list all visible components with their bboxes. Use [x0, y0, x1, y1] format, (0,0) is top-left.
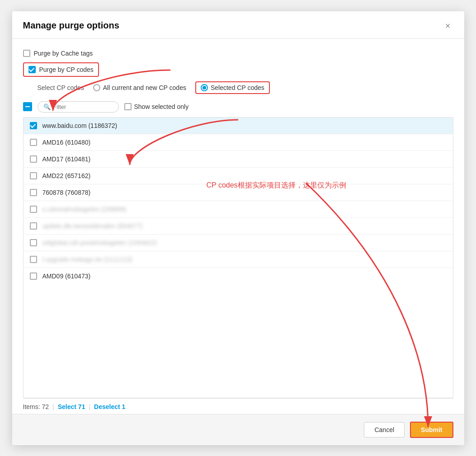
list-item-checkbox[interactable] — [30, 189, 37, 196]
items-count: Items: 72 — [23, 403, 49, 410]
list-item-label: AMD17 (610481) — [42, 155, 91, 163]
dialog-body: Purge by Cache tags Purge by CP codes Se… — [12, 39, 464, 414]
purge-cache-tags-row: Purge by Cache tags — [23, 50, 453, 57]
purge-cp-codes-checkbox[interactable] — [28, 66, 36, 73]
list-item[interactable]: AMD22 (657162) — [24, 168, 453, 184]
filter-input[interactable] — [53, 103, 112, 110]
list-item-label: AMD09 (610473) — [42, 273, 91, 280]
purge-cp-codes-row: Purge by CP codes — [23, 62, 453, 77]
deselect-all-button[interactable] — [23, 102, 32, 111]
items-footer: Items: 72 | Select 71 | Deselect 1 — [23, 398, 453, 414]
select-link[interactable]: Select 71 — [58, 403, 85, 410]
selected-cp-radio-label[interactable]: Selected CP codes — [201, 84, 264, 91]
show-selected-row: Show selected only — [124, 103, 189, 110]
list-item-checkbox[interactable] — [30, 172, 37, 179]
list-item-checkbox[interactable] — [30, 256, 37, 263]
dialog-footer: Cancel Submit — [12, 414, 464, 445]
purge-cp-codes-label[interactable]: Purge by CP codes — [28, 66, 94, 73]
selected-cp-box: Selected CP codes — [195, 81, 270, 94]
cp-codes-list: www.baidu.com (1186372)AMD16 (610480)AMD… — [23, 117, 453, 398]
list-item[interactable]: AMD09 (610473) — [24, 268, 453, 284]
select-cp-codes-label: Select CP codes — [38, 84, 84, 91]
list-item-checkbox[interactable] — [30, 222, 37, 230]
list-item-checkbox[interactable] — [30, 122, 37, 129]
submit-button[interactable]: Submit — [410, 422, 453, 438]
selected-cp-radio[interactable] — [201, 84, 208, 91]
list-item-label: 760878 (760878) — [42, 189, 91, 196]
dialog-header: Manage purge options × — [12, 11, 464, 39]
all-current-radio-label[interactable]: All current and new CP codes — [93, 84, 186, 91]
list-item[interactable]: AMD17 (610481) — [24, 151, 453, 168]
list-item-label: update.dle.twostsidenalen (654677) — [42, 222, 143, 230]
list-item[interactable]: www.baidu.com (1186372) — [24, 118, 453, 134]
search-icon: 🔍 — [43, 103, 51, 110]
close-button[interactable]: × — [443, 20, 453, 31]
list-item-checkbox[interactable] — [30, 155, 37, 163]
list-item[interactable]: update.dle.twostsidenalen (654677) — [24, 218, 453, 235]
deselect-link[interactable]: Deselect 1 — [94, 403, 125, 410]
list-item-label: www.baidu.com (1186372) — [42, 122, 118, 129]
list-item-label: sdlglobal.cdn.prealmobageitm (1094622) — [42, 239, 157, 246]
list-item-label: AMD22 (657162) — [42, 172, 91, 179]
list-item-checkbox[interactable] — [30, 239, 37, 246]
pipe1: | — [52, 403, 54, 410]
list-item[interactable]: s.cdnrealmobageitm (299899) — [24, 201, 453, 218]
show-selected-checkbox[interactable] — [124, 103, 132, 110]
list-item-label: t.upgrade.mebago.tw (1111113) — [42, 256, 132, 263]
list-item-label: AMD16 (610480) — [42, 139, 91, 146]
filter-input-wrap: 🔍 — [38, 101, 119, 113]
dialog-title: Manage purge options — [23, 20, 119, 31]
cancel-button[interactable]: Cancel — [364, 422, 405, 437]
list-item[interactable]: t.upgrade.mebago.tw (1111113) — [24, 251, 453, 268]
purge-cache-tags-label[interactable]: Purge by Cache tags — [23, 50, 93, 57]
list-item-checkbox[interactable] — [30, 206, 37, 213]
all-current-radio[interactable] — [93, 84, 100, 91]
purge-cache-tags-checkbox[interactable] — [23, 50, 30, 57]
filter-row: 🔍 Show selected only — [23, 101, 453, 117]
list-item-checkbox[interactable] — [30, 273, 37, 280]
list-item-checkbox[interactable] — [30, 139, 37, 146]
list-item-label: s.cdnrealmobageitm (299899) — [42, 206, 127, 213]
list-item[interactable]: sdlglobal.cdn.prealmobageitm (1094622) — [24, 235, 453, 251]
list-item[interactable]: AMD16 (610480) — [24, 134, 453, 151]
list-item[interactable]: 760878 (760878) — [24, 184, 453, 201]
purge-cp-codes-box: Purge by CP codes — [23, 62, 99, 77]
pipe2: | — [89, 403, 90, 410]
select-cp-codes-row: Select CP codes All current and new CP c… — [38, 81, 453, 94]
manage-purge-dialog: Manage purge options × Purge by Cache ta… — [12, 11, 464, 445]
